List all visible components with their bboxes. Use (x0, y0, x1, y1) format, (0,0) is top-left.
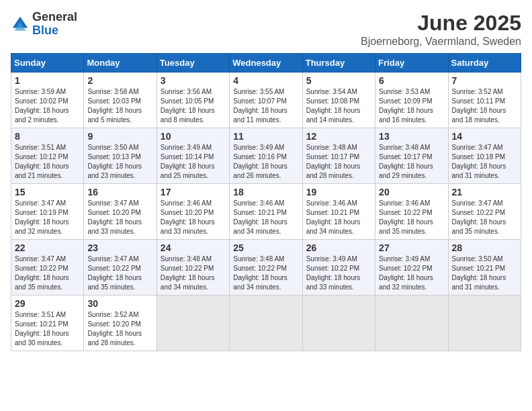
logo: General Blue (11, 11, 77, 38)
table-row: 18 Sunrise: 3:46 AM Sunset: 10:21 PM Day… (230, 184, 302, 240)
day-number: 17 (161, 187, 226, 197)
header-thursday: Thursday (302, 54, 375, 73)
day-detail: Sunrise: 3:49 AM Sunset: 10:16 PM Daylig… (233, 143, 298, 181)
day-detail: Sunrise: 3:55 AM Sunset: 10:07 PM Daylig… (233, 87, 298, 125)
page-header: General Blue June 2025 Bjoerneborg, Vaer… (11, 11, 521, 48)
table-row (448, 295, 521, 351)
table-row: 6 Sunrise: 3:53 AM Sunset: 10:09 PM Dayl… (375, 73, 448, 128)
day-number: 15 (15, 187, 80, 197)
day-number: 13 (379, 131, 444, 142)
day-number: 6 (379, 75, 444, 86)
day-number: 12 (306, 131, 371, 142)
table-row: 2 Sunrise: 3:58 AM Sunset: 10:03 PM Dayl… (84, 73, 157, 128)
day-number: 14 (452, 131, 517, 142)
day-detail: Sunrise: 3:52 AM Sunset: 10:20 PM Daylig… (87, 310, 152, 348)
day-detail: Sunrise: 3:54 AM Sunset: 10:08 PM Daylig… (306, 87, 371, 125)
table-row: 7 Sunrise: 3:52 AM Sunset: 10:11 PM Dayl… (448, 73, 521, 128)
day-detail: Sunrise: 3:58 AM Sunset: 10:03 PM Daylig… (87, 87, 152, 125)
day-detail: Sunrise: 3:47 AM Sunset: 10:22 PM Daylig… (15, 255, 80, 292)
header-sunday: Sunday (11, 54, 84, 73)
table-row: 15 Sunrise: 3:47 AM Sunset: 10:19 PM Day… (11, 184, 84, 240)
calendar-table: Sunday Monday Tuesday Wednesday Thursday… (11, 53, 521, 351)
table-row: 14 Sunrise: 3:47 AM Sunset: 10:18 PM Day… (448, 128, 521, 184)
day-number: 16 (87, 187, 152, 197)
day-detail: Sunrise: 3:47 AM Sunset: 10:19 PM Daylig… (15, 199, 80, 236)
table-row: 21 Sunrise: 3:47 AM Sunset: 10:22 PM Day… (448, 184, 521, 240)
calendar-week-3: 15 Sunrise: 3:47 AM Sunset: 10:19 PM Day… (11, 184, 521, 240)
day-number: 8 (15, 131, 80, 142)
table-row: 25 Sunrise: 3:48 AM Sunset: 10:22 PM Day… (230, 240, 302, 295)
day-number: 25 (233, 242, 298, 253)
table-row: 19 Sunrise: 3:46 AM Sunset: 10:21 PM Day… (302, 184, 375, 240)
day-number: 3 (161, 75, 226, 86)
day-detail: Sunrise: 3:49 AM Sunset: 10:22 PM Daylig… (379, 255, 444, 292)
table-row: 30 Sunrise: 3:52 AM Sunset: 10:20 PM Day… (84, 295, 157, 351)
logo-text: General Blue (32, 11, 77, 38)
day-detail: Sunrise: 3:48 AM Sunset: 10:22 PM Daylig… (161, 255, 226, 292)
day-number: 21 (452, 187, 517, 197)
day-number: 27 (379, 242, 444, 253)
day-number: 1 (15, 75, 80, 86)
calendar-week-5: 29 Sunrise: 3:51 AM Sunset: 10:21 PM Day… (11, 295, 521, 351)
day-detail: Sunrise: 3:50 AM Sunset: 10:21 PM Daylig… (452, 255, 517, 292)
day-number: 7 (452, 75, 517, 86)
day-detail: Sunrise: 3:48 AM Sunset: 10:22 PM Daylig… (233, 255, 298, 292)
day-detail: Sunrise: 3:50 AM Sunset: 10:13 PM Daylig… (87, 143, 152, 181)
day-number: 28 (452, 242, 517, 253)
day-detail: Sunrise: 3:47 AM Sunset: 10:22 PM Daylig… (87, 255, 152, 292)
table-row: 28 Sunrise: 3:50 AM Sunset: 10:21 PM Day… (448, 240, 521, 295)
day-detail: Sunrise: 3:47 AM Sunset: 10:20 PM Daylig… (87, 199, 152, 236)
header-saturday: Saturday (448, 54, 521, 73)
day-number: 19 (306, 187, 371, 197)
calendar-week-4: 22 Sunrise: 3:47 AM Sunset: 10:22 PM Day… (11, 240, 521, 295)
logo-general: General (32, 11, 77, 24)
table-row: 24 Sunrise: 3:48 AM Sunset: 10:22 PM Day… (157, 240, 229, 295)
day-number: 26 (306, 242, 371, 253)
month-title: June 2025 (361, 11, 521, 36)
day-detail: Sunrise: 3:46 AM Sunset: 10:22 PM Daylig… (379, 199, 444, 236)
day-number: 20 (379, 187, 444, 197)
header-wednesday: Wednesday (230, 54, 302, 73)
table-row: 4 Sunrise: 3:55 AM Sunset: 10:07 PM Dayl… (230, 73, 302, 128)
logo-blue: Blue (32, 24, 77, 38)
table-row (230, 295, 302, 351)
day-detail: Sunrise: 3:49 AM Sunset: 10:14 PM Daylig… (161, 143, 226, 181)
table-row: 5 Sunrise: 3:54 AM Sunset: 10:08 PM Dayl… (302, 73, 375, 128)
day-number: 5 (306, 75, 371, 86)
day-detail: Sunrise: 3:46 AM Sunset: 10:21 PM Daylig… (233, 199, 298, 236)
header-friday: Friday (375, 54, 448, 73)
day-detail: Sunrise: 3:46 AM Sunset: 10:21 PM Daylig… (306, 199, 371, 236)
table-row: 23 Sunrise: 3:47 AM Sunset: 10:22 PM Day… (84, 240, 157, 295)
day-detail: Sunrise: 3:48 AM Sunset: 10:17 PM Daylig… (306, 143, 371, 181)
calendar-week-2: 8 Sunrise: 3:51 AM Sunset: 10:12 PM Dayl… (11, 128, 521, 184)
day-number: 4 (233, 75, 298, 86)
day-number: 23 (87, 242, 152, 253)
title-section: June 2025 Bjoerneborg, Vaermland, Sweden (361, 11, 521, 48)
table-row: 26 Sunrise: 3:49 AM Sunset: 10:22 PM Day… (302, 240, 375, 295)
table-row: 20 Sunrise: 3:46 AM Sunset: 10:22 PM Day… (375, 184, 448, 240)
header-monday: Monday (84, 54, 157, 73)
day-detail: Sunrise: 3:48 AM Sunset: 10:17 PM Daylig… (379, 143, 444, 181)
day-number: 24 (161, 242, 226, 253)
day-number: 22 (15, 242, 80, 253)
day-detail: Sunrise: 3:47 AM Sunset: 10:22 PM Daylig… (452, 199, 517, 236)
day-detail: Sunrise: 3:59 AM Sunset: 10:02 PM Daylig… (15, 87, 80, 125)
day-number: 18 (233, 187, 298, 197)
table-row: 22 Sunrise: 3:47 AM Sunset: 10:22 PM Day… (11, 240, 84, 295)
table-row: 13 Sunrise: 3:48 AM Sunset: 10:17 PM Day… (375, 128, 448, 184)
table-row: 11 Sunrise: 3:49 AM Sunset: 10:16 PM Day… (230, 128, 302, 184)
day-number: 11 (233, 131, 298, 142)
day-number: 29 (15, 298, 80, 309)
table-row: 9 Sunrise: 3:50 AM Sunset: 10:13 PM Dayl… (84, 128, 157, 184)
day-detail: Sunrise: 3:53 AM Sunset: 10:09 PM Daylig… (379, 87, 444, 125)
day-detail: Sunrise: 3:56 AM Sunset: 10:05 PM Daylig… (161, 87, 226, 125)
location-title: Bjoerneborg, Vaermland, Sweden (361, 36, 521, 48)
header-tuesday: Tuesday (157, 54, 229, 73)
table-row: 17 Sunrise: 3:46 AM Sunset: 10:20 PM Day… (157, 184, 229, 240)
day-number: 10 (161, 131, 226, 142)
table-row (375, 295, 448, 351)
table-row: 3 Sunrise: 3:56 AM Sunset: 10:05 PM Dayl… (157, 73, 229, 128)
day-number: 2 (87, 75, 152, 86)
day-detail: Sunrise: 3:52 AM Sunset: 10:11 PM Daylig… (452, 87, 517, 125)
table-row: 27 Sunrise: 3:49 AM Sunset: 10:22 PM Day… (375, 240, 448, 295)
